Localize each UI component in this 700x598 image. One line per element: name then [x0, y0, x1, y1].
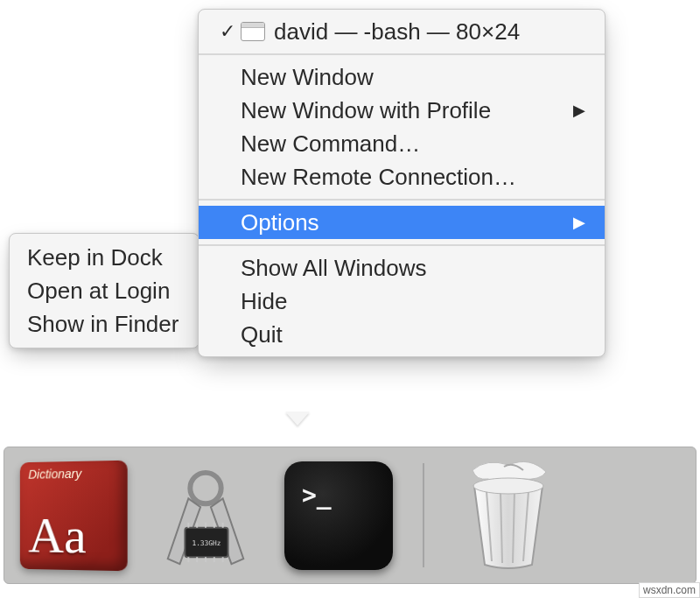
- menu-item-new-window[interactable]: New Window: [199, 60, 605, 94]
- svg-point-0: [190, 472, 220, 503]
- window-icon: [241, 22, 265, 41]
- current-window-label: david — -bash — 80×24: [274, 18, 585, 46]
- menu-item-new-remote-connection[interactable]: New Remote Connection…: [199, 160, 605, 193]
- options-submenu: Keep in Dock Open at Login Show in Finde…: [9, 233, 200, 348]
- dictionary-ribbon: Dictionary: [28, 466, 118, 482]
- dictionary-letters: Aa: [28, 510, 118, 561]
- dock-separator: [423, 463, 424, 567]
- menu-item-show-in-finder[interactable]: Show in Finder: [10, 307, 199, 341]
- dock-app-dictionary[interactable]: Dictionary Aa: [20, 460, 128, 571]
- svg-point-17: [473, 478, 543, 494]
- menu-item-show-all-windows[interactable]: Show All Windows: [199, 251, 605, 285]
- dock-app-system-information[interactable]: 1.33GHz: [151, 461, 260, 570]
- submenu-arrow-icon: ▶: [573, 101, 585, 120]
- menu-item-keep-in-dock[interactable]: Keep in Dock: [10, 241, 199, 274]
- menu-divider: [199, 199, 605, 201]
- calipers-chip-icon: 1.33GHz: [154, 464, 257, 567]
- dock: Dictionary Aa 1.33GHz >_: [4, 447, 696, 584]
- dock-trash[interactable]: [454, 461, 563, 570]
- menu-item-current-window[interactable]: ✓ david — -bash — 80×24: [199, 15, 605, 48]
- menu-item-quit[interactable]: Quit: [199, 318, 605, 351]
- menu-item-open-at-login[interactable]: Open at Login: [10, 274, 199, 307]
- menu-pointer-icon: [285, 412, 310, 426]
- dock-context-menu: ✓ david — -bash — 80×24 New Window New W…: [198, 9, 606, 357]
- watermark: wsxdn.com: [639, 582, 700, 598]
- trash-icon: [460, 461, 556, 570]
- dock-app-terminal[interactable]: >_: [284, 461, 393, 570]
- menu-item-hide[interactable]: Hide: [199, 285, 605, 318]
- menu-divider: [199, 53, 605, 55]
- menu-divider: [199, 244, 605, 246]
- terminal-prompt-icon: >_: [302, 481, 332, 510]
- menu-item-new-command[interactable]: New Command…: [199, 127, 605, 160]
- checkmark-icon: ✓: [214, 20, 241, 43]
- svg-text:1.33GHz: 1.33GHz: [192, 539, 220, 547]
- menu-item-new-window-profile[interactable]: New Window with Profile ▶: [199, 94, 605, 127]
- menu-item-options[interactable]: Options ▶: [199, 206, 605, 239]
- submenu-arrow-icon: ▶: [573, 213, 585, 232]
